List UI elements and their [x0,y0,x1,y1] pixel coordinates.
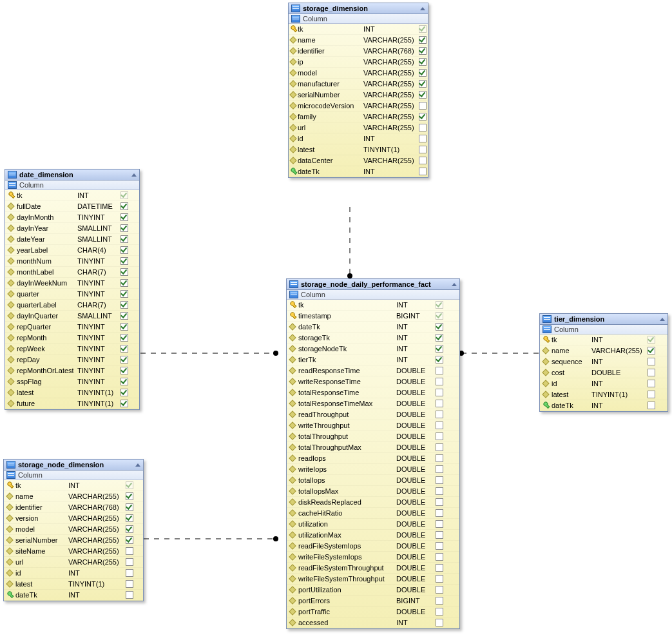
nullable-checkbox[interactable] [435,389,444,396]
collapse-icon[interactable] [135,463,140,467]
nullable-checkbox[interactable] [435,597,444,605]
table-row[interactable]: totalResponseTimeMaxDOUBLE [287,398,459,409]
nullable-checkbox[interactable] [125,525,134,533]
collapse-icon[interactable] [452,283,457,286]
nullable-checkbox[interactable] [120,257,129,265]
table-row[interactable]: writeThroughputDOUBLE [287,420,459,431]
table-row[interactable]: tkINT [540,335,667,345]
nullable-checkbox[interactable] [435,564,444,572]
nullable-checkbox[interactable] [419,80,427,88]
nullable-checkbox[interactable] [647,380,656,387]
nullable-checkbox[interactable] [435,608,444,616]
table-row[interactable]: versionVARCHAR(255) [4,513,143,524]
table-header[interactable]: storage_dimension [289,3,428,14]
table-row[interactable]: writeResponseTimeDOUBLE [287,376,459,387]
table-row[interactable]: repQuarterTINYINT [5,322,139,333]
nullable-checkbox[interactable] [120,378,129,385]
table-row[interactable]: latestTINYINT(1) [5,387,139,398]
table-row[interactable]: nameVARCHAR(255) [540,345,667,356]
table-row[interactable]: modelVARCHAR(255) [4,524,143,535]
table-row[interactable]: idINT [4,568,143,579]
table-row[interactable]: accessedINT [287,617,459,628]
table-row[interactable]: serialNumberVARCHAR(255) [289,90,428,101]
collapse-icon[interactable] [660,318,665,321]
nullable-checkbox[interactable] [120,400,129,407]
table-row[interactable]: writeFileSystemThroughputDOUBLE [287,574,459,585]
table-row[interactable]: dayInWeekNumTINYINT [5,278,139,289]
table-row[interactable]: nameVARCHAR(255) [289,35,428,46]
table-row[interactable]: latestTINYINT(1) [289,144,428,155]
table-row[interactable]: dateTkINT [289,166,428,177]
nullable-checkbox[interactable] [419,69,427,77]
nullable-checkbox[interactable] [435,454,444,462]
table-row[interactable]: familyVARCHAR(255) [289,112,428,122]
nullable-checkbox[interactable] [647,402,656,409]
table-row[interactable]: storageTkINT [287,333,459,344]
nullable-checkbox[interactable] [419,146,427,153]
nullable-checkbox[interactable] [435,356,444,364]
table-row[interactable]: totalResponseTimeDOUBLE [287,387,459,398]
table-row[interactable]: readFileSystemThroughputDOUBLE [287,563,459,574]
nullable-checkbox[interactable] [125,580,134,588]
nullable-checkbox[interactable] [125,514,134,522]
nullable-checkbox[interactable] [120,301,129,309]
table-row[interactable]: sequenceINT [540,356,667,367]
nullable-checkbox[interactable] [435,312,444,320]
table-storage_node_dimension[interactable]: storage_node_dimensionColumntkINTnameVAR… [3,459,144,601]
nullable-checkbox[interactable] [120,213,129,221]
nullable-checkbox[interactable] [419,135,427,142]
table-row[interactable]: latestTINYINT(1) [4,579,143,590]
table-row[interactable]: ipVARCHAR(255) [289,57,428,68]
nullable-checkbox[interactable] [419,102,427,110]
nullable-checkbox[interactable] [435,400,444,407]
nullable-checkbox[interactable] [435,520,444,528]
nullable-checkbox[interactable] [125,547,134,555]
table-row[interactable]: monthLabelCHAR(7) [5,267,139,278]
nullable-checkbox[interactable] [120,367,129,374]
nullable-checkbox[interactable] [120,312,129,320]
nullable-checkbox[interactable] [647,369,656,376]
nullable-checkbox[interactable] [120,191,129,199]
table-row[interactable]: totalIopsMaxDOUBLE [287,486,459,497]
table-row[interactable]: portUtilizationDOUBLE [287,585,459,596]
table-row[interactable]: futureTINYINT(1) [5,398,139,409]
nullable-checkbox[interactable] [125,536,134,544]
table-row[interactable]: dayInYearSMALLINT [5,223,139,234]
table-row[interactable]: quarterTINYINT [5,289,139,300]
nullable-checkbox[interactable] [435,586,444,594]
nullable-checkbox[interactable] [419,58,427,66]
nullable-checkbox[interactable] [647,347,656,354]
table-row[interactable]: repMonthTINYINT [5,333,139,344]
table-row[interactable]: cacheHitRatioDOUBLE [287,508,459,519]
table-storage_node_daily_performance_fact[interactable]: storage_node_daily_performance_factColum… [286,278,460,629]
table-row[interactable]: dayInQuarterSMALLINT [5,311,139,322]
nullable-checkbox[interactable] [125,492,134,500]
table-row[interactable]: utilizationDOUBLE [287,519,459,530]
table-row[interactable]: tkINT [287,300,459,311]
nullable-checkbox[interactable] [435,443,444,451]
nullable-checkbox[interactable] [435,334,444,342]
table-row[interactable]: identifierVARCHAR(768) [4,502,143,513]
table-row[interactable]: idINT [289,133,428,144]
nullable-checkbox[interactable] [419,36,427,44]
nullable-checkbox[interactable] [120,202,129,210]
table-row[interactable]: timestampBIGINT [287,311,459,322]
nullable-checkbox[interactable] [120,290,129,298]
nullable-checkbox[interactable] [435,301,444,309]
table-storage_dimension[interactable]: storage_dimensionColumntkINTnameVARCHAR(… [288,3,428,178]
table-row[interactable]: totalThroughputDOUBLE [287,431,459,442]
table-row[interactable]: dateTkINT [540,400,667,411]
nullable-checkbox[interactable] [435,367,444,374]
nullable-checkbox[interactable] [435,575,444,583]
table-header[interactable]: storage_node_dimension [4,460,143,470]
table-row[interactable]: utilizationMaxDOUBLE [287,530,459,541]
table-row[interactable]: storageNodeTkINT [287,344,459,354]
nullable-checkbox[interactable] [435,422,444,429]
nullable-checkbox[interactable] [125,481,134,489]
nullable-checkbox[interactable] [435,553,444,561]
nullable-checkbox[interactable] [120,224,129,232]
nullable-checkbox[interactable] [125,503,134,511]
table-header[interactable]: storage_node_daily_performance_fact [287,279,459,290]
table-row[interactable]: dateYearSMALLINT [5,234,139,245]
table-row[interactable]: serialNumberVARCHAR(255) [4,535,143,546]
